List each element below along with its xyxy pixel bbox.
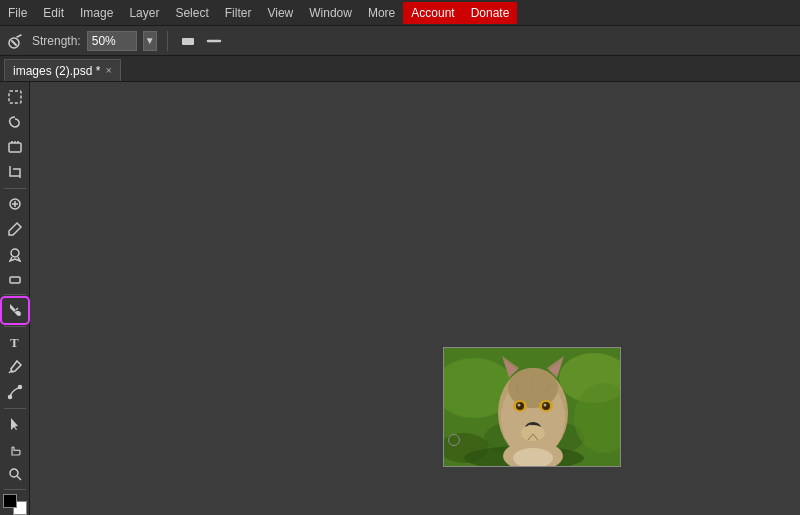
svg-rect-6: [9, 143, 21, 152]
menu-more[interactable]: More: [360, 2, 403, 24]
brush-shape-1[interactable]: [178, 31, 198, 51]
svg-point-42: [544, 404, 547, 407]
toolbar-separator-3: [4, 326, 26, 327]
menu-window[interactable]: Window: [301, 2, 360, 24]
menu-select[interactable]: Select: [167, 2, 216, 24]
toolbar-separator-4: [4, 408, 26, 409]
svg-line-1: [12, 41, 16, 45]
svg-point-13: [11, 249, 19, 257]
canvas-area[interactable]: [30, 82, 800, 515]
heal-tool-button[interactable]: [3, 193, 27, 216]
canvas-image: [443, 347, 621, 467]
menu-edit[interactable]: Edit: [35, 2, 72, 24]
active-tool-icon: [6, 31, 26, 51]
menu-view[interactable]: View: [259, 2, 301, 24]
color-pair[interactable]: [3, 494, 27, 515]
toolbar: T: [0, 82, 30, 515]
svg-line-15: [16, 308, 18, 310]
menu-bar: File Edit Image Layer Select Filter View…: [0, 0, 800, 26]
svg-text:T: T: [10, 335, 19, 350]
svg-point-41: [518, 404, 521, 407]
foreground-color[interactable]: [3, 494, 17, 508]
svg-rect-14: [10, 277, 20, 283]
move-tool-button[interactable]: [3, 413, 27, 436]
svg-line-2: [17, 35, 21, 37]
svg-marker-20: [11, 418, 18, 430]
eraser-tool-button[interactable]: [3, 267, 27, 290]
strength-label: Strength:: [32, 34, 81, 48]
svg-rect-5: [9, 91, 21, 103]
lasso-tool-button[interactable]: [3, 111, 27, 134]
hand-tool-button[interactable]: [3, 437, 27, 460]
strength-input[interactable]: [87, 31, 137, 51]
menu-account[interactable]: Account: [403, 2, 462, 24]
crop-tool-button[interactable]: [3, 161, 27, 184]
selection-tool-button[interactable]: [3, 86, 27, 109]
menu-donate[interactable]: Donate: [463, 2, 518, 24]
main-area: T: [0, 82, 800, 515]
toolbar-separator-1: [4, 188, 26, 189]
options-separator: [167, 31, 168, 51]
menu-filter[interactable]: Filter: [217, 2, 260, 24]
eyedropper-tool-button[interactable]: [3, 356, 27, 379]
brush-tool-button[interactable]: [3, 217, 27, 240]
fill-tool-button[interactable]: [3, 299, 27, 322]
tab-label: images (2).psd *: [13, 64, 100, 78]
options-bar: Strength: ▼: [0, 26, 800, 56]
marquee-tool-button[interactable]: [3, 136, 27, 159]
svg-point-21: [10, 469, 18, 477]
tab-bar: images (2).psd * ×: [0, 56, 800, 82]
menu-image[interactable]: Image: [72, 2, 121, 24]
toolbar-separator-5: [4, 489, 26, 490]
path-tool-button[interactable]: [3, 381, 27, 404]
tab-close-button[interactable]: ×: [105, 65, 111, 76]
stamp-tool-button[interactable]: [3, 242, 27, 265]
menu-layer[interactable]: Layer: [121, 2, 167, 24]
menu-file[interactable]: File: [0, 2, 35, 24]
svg-point-45: [521, 425, 545, 441]
svg-line-22: [17, 476, 21, 480]
strength-dropdown[interactable]: ▼: [143, 31, 157, 51]
brush-shape-2[interactable]: [204, 31, 224, 51]
file-tab[interactable]: images (2).psd * ×: [4, 59, 121, 81]
toolbar-separator-2: [4, 294, 26, 295]
zoom-tool-button[interactable]: [3, 462, 27, 485]
svg-rect-3: [182, 38, 194, 45]
text-tool-button[interactable]: T: [3, 331, 27, 354]
svg-point-19: [18, 386, 21, 389]
svg-point-18: [8, 396, 11, 399]
